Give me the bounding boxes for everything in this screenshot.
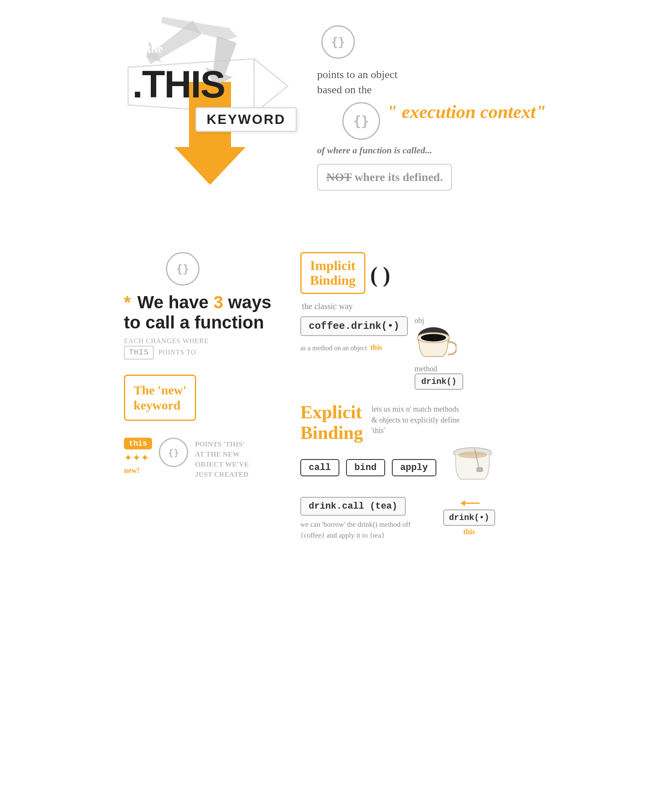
- obj-label: obj: [415, 316, 463, 325]
- implicit-binding-box: Implicit Binding: [300, 252, 365, 294]
- this-badge-inline: this: [124, 346, 154, 360]
- coffee-cup-svg: [415, 325, 457, 363]
- top-section: the .THIS KEYWORD {} points to an object…: [124, 17, 548, 227]
- drink-call-text: drink.call (tea): [309, 501, 397, 512]
- keyword-banner: KEYWORD: [195, 107, 297, 132]
- bottom-right: Implicit Binding ( ) the classic way cof…: [300, 252, 548, 541]
- drink-method-text: drink(): [421, 377, 457, 386]
- this-badge-orange: this: [124, 438, 152, 449]
- each-changes-text: EACH CHANGES WHERE this POINTS TO: [124, 336, 284, 360]
- curly-icon-bottom: {}: [166, 252, 200, 286]
- bind-box[interactable]: bind: [346, 459, 385, 476]
- coffee-drink-text: coffee.drink(•): [309, 320, 399, 332]
- implicit-text: Implicit Binding: [310, 258, 356, 288]
- svg-point-10: [421, 334, 446, 341]
- not-text: NOT where its defined.: [326, 171, 443, 184]
- arrow-left-svg: [457, 497, 482, 509]
- new-object-section: this ✦✦✦ new! {} POINTS 'THIS' AT THE NE…: [124, 438, 284, 479]
- new-label: new!: [124, 466, 152, 475]
- paren-icon: ( ): [370, 264, 391, 286]
- asterisk-star: *: [124, 292, 131, 312]
- implicit-left: Implicit Binding ( ) the classic way cof…: [300, 252, 548, 390]
- method-label: method: [415, 365, 463, 373]
- apply-box[interactable]: apply: [392, 459, 436, 476]
- explicit-binding-text: Explicit Binding: [300, 402, 363, 443]
- implicit-row: Implicit Binding ( ) the classic way cof…: [300, 252, 548, 390]
- we-have-3-ways: * We have 3 ways to call a function: [124, 292, 284, 333]
- call-bind-apply: call bind apply: [300, 446, 548, 488]
- page-container: the .THIS KEYWORD {} points to an object…: [116, 0, 556, 557]
- classic-way: the classic way: [302, 302, 548, 311]
- points-this-text: POINTS 'THIS' AT THE NEW OBJECT WE'VE JU…: [195, 439, 249, 479]
- bottom-left: {} * We have 3 ways to call a function E…: [124, 252, 284, 479]
- execution-context-text: " execution context": [387, 102, 546, 122]
- not-where-box: NOT where its defined.: [317, 164, 452, 191]
- drink-dot-box: drink(•): [443, 509, 495, 526]
- where-function-text: of where a function is called...: [317, 144, 548, 157]
- call-box[interactable]: call: [300, 459, 339, 476]
- the-label: the: [147, 42, 163, 55]
- drink-call-area: drink.call (tea) we can 'borrow' the dri…: [300, 497, 548, 541]
- borrow-text: we can 'borrow' the drink() method off {…: [300, 519, 435, 541]
- new-keyword-text: The 'new' keyword: [134, 383, 186, 413]
- drink-method-box: drink(): [415, 373, 463, 390]
- lets-us-mix: lets us mix n' match methods & objects t…: [371, 404, 464, 436]
- explicit-section: Explicit Binding lets us mix n' match me…: [300, 402, 548, 541]
- drink-call-box: drink.call (tea): [300, 497, 406, 516]
- new-keyword-box: The 'new' keyword: [124, 375, 196, 421]
- drink-call-right: drink(•) this: [443, 497, 495, 536]
- svg-point-12: [458, 452, 487, 458]
- this-main-text: .THIS: [132, 63, 225, 106]
- tea-cup-svg: [452, 446, 498, 488]
- svg-marker-16: [461, 500, 465, 506]
- method-on-obj: as a method on an object: [300, 344, 367, 352]
- svg-rect-14: [477, 467, 483, 472]
- curly-small: {}: [159, 438, 188, 467]
- curly-icon-mid: {}: [342, 102, 380, 140]
- top-right: {} points to an object based on the {} "…: [317, 17, 548, 191]
- svg-marker-5: [254, 59, 288, 113]
- points-to-text: points to an object based on the: [317, 67, 548, 98]
- this-label-implicit: this: [370, 343, 382, 352]
- coffee-drink-box: coffee.drink(•): [300, 316, 408, 336]
- arrow-cluster: the .THIS KEYWORD: [124, 17, 300, 224]
- curly-icon-top: {}: [321, 25, 355, 59]
- bottom-section: {} * We have 3 ways to call a function E…: [124, 252, 548, 541]
- this-label-bottom: this: [463, 528, 475, 536]
